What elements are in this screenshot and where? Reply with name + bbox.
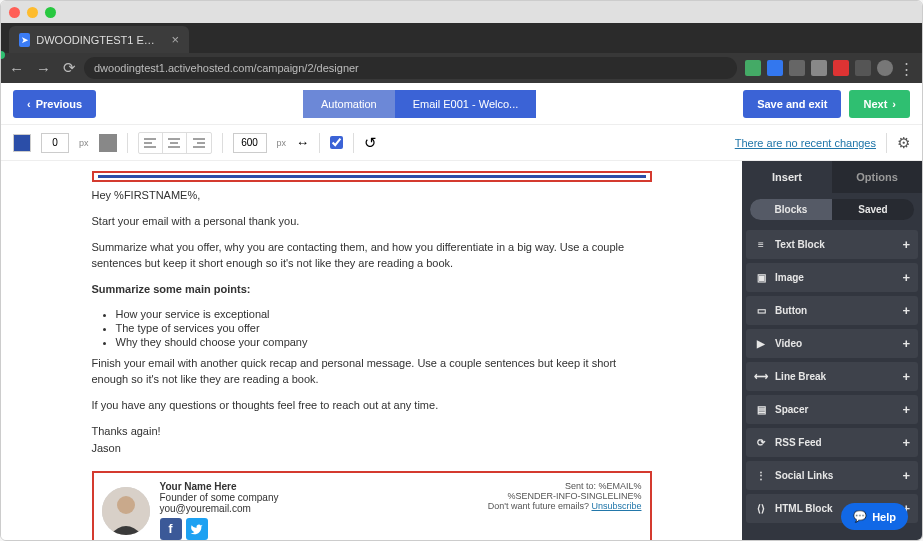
- signature-name: Your Name Here: [160, 481, 279, 492]
- background-color-swatch[interactable]: [13, 134, 31, 152]
- ext-icon[interactable]: [789, 60, 805, 76]
- plus-icon: +: [902, 303, 910, 318]
- block-label: Video: [775, 338, 802, 349]
- unsubscribe-prefix: Don't want future emails?: [488, 501, 592, 511]
- browser-tab[interactable]: ➤ DWOODINGTEST1 Email Mark ×: [9, 26, 189, 53]
- block-icon: ▶: [754, 338, 768, 349]
- divider: [222, 133, 223, 153]
- unit-label: px: [79, 138, 89, 148]
- block-label: Button: [775, 305, 807, 316]
- chevron-left-icon: ‹: [27, 98, 31, 110]
- width-input[interactable]: [233, 133, 267, 153]
- nav-back-icon[interactable]: ←: [9, 60, 24, 77]
- signer-text: Jason: [92, 441, 652, 457]
- menu-icon[interactable]: ⋮: [899, 60, 914, 76]
- profile-icon[interactable]: [877, 60, 893, 76]
- subtab-blocks[interactable]: Blocks: [750, 199, 832, 220]
- questions-text: If you have any questions or thoughts fe…: [92, 398, 652, 414]
- tab-insert[interactable]: Insert: [742, 161, 832, 193]
- window-minimize-icon[interactable]: [27, 7, 38, 18]
- url-text: dwoodingtest1.activehosted.com/campaign/…: [94, 62, 359, 74]
- macos-titlebar: [1, 1, 922, 23]
- avatar: [102, 487, 150, 535]
- block-label: HTML Block: [775, 503, 833, 514]
- block-icon: ⟷: [754, 371, 768, 382]
- block-label: Spacer: [775, 404, 808, 415]
- email-body[interactable]: Hey %FIRSTNAME%, Start your email with a…: [92, 188, 652, 457]
- block-label: Line Break: [775, 371, 826, 382]
- toggle-checkbox[interactable]: [330, 136, 343, 149]
- block-item-text-block[interactable]: ≡Text Block+: [746, 230, 918, 259]
- twitter-icon[interactable]: [186, 518, 208, 540]
- block-label: Text Block: [775, 239, 825, 250]
- block-item-video[interactable]: ▶Video+: [746, 329, 918, 358]
- facebook-icon[interactable]: f: [160, 518, 182, 540]
- points-heading: Summarize some main points:: [92, 283, 251, 295]
- step-email[interactable]: Email E001 - Welco...: [395, 90, 537, 118]
- window-maximize-icon[interactable]: [45, 7, 56, 18]
- block-icon: ▤: [754, 404, 768, 415]
- align-right-icon[interactable]: [187, 133, 211, 153]
- block-item-image[interactable]: ▣Image+: [746, 263, 918, 292]
- sent-to-text: Sent to: %EMAIL%: [488, 481, 642, 491]
- signature-email: you@youremail.com: [160, 503, 279, 514]
- help-button[interactable]: 💬 Help: [841, 503, 908, 530]
- summary-text: Summarize what you offer, why you are co…: [92, 240, 652, 272]
- divider: [886, 133, 887, 153]
- gear-icon[interactable]: ⚙: [897, 134, 910, 152]
- plus-icon: +: [902, 468, 910, 483]
- block-item-button[interactable]: ▭Button+: [746, 296, 918, 325]
- block-item-rss-feed[interactable]: ⟳RSS Feed+: [746, 428, 918, 457]
- extension-icons: ⋮: [745, 60, 914, 76]
- ext-icon[interactable]: [811, 60, 827, 76]
- undo-icon[interactable]: ↺: [364, 134, 377, 152]
- border-color-swatch[interactable]: [99, 134, 117, 152]
- tab-close-icon[interactable]: ×: [171, 32, 179, 47]
- block-label: Image: [775, 272, 804, 283]
- browser-toolbar: ← → ⟳ dwoodingtest1.activehosted.com/cam…: [1, 53, 922, 83]
- width-full-icon[interactable]: ↔: [296, 135, 309, 150]
- plus-icon: +: [902, 435, 910, 450]
- divider-block-selected[interactable]: [92, 171, 652, 182]
- align-left-icon[interactable]: [139, 133, 163, 153]
- next-button[interactable]: Next ›: [849, 90, 910, 118]
- block-item-line-break[interactable]: ⟷Line Break+: [746, 362, 918, 391]
- thanks-text: Thanks again!: [92, 424, 652, 440]
- plus-icon: +: [902, 402, 910, 417]
- plus-icon: +: [902, 336, 910, 351]
- unsubscribe-link[interactable]: Unsubscribe: [591, 501, 641, 511]
- window-close-icon[interactable]: [9, 7, 20, 18]
- url-input[interactable]: dwoodingtest1.activehosted.com/campaign/…: [84, 57, 737, 79]
- step-automation[interactable]: Automation: [303, 90, 395, 118]
- save-exit-button[interactable]: Save and exit: [743, 90, 841, 118]
- block-icon: ▭: [754, 305, 768, 316]
- align-center-icon[interactable]: [163, 133, 187, 153]
- unit-label: px: [277, 138, 287, 148]
- plus-icon: +: [902, 237, 910, 252]
- tab-options[interactable]: Options: [832, 161, 922, 193]
- ext-icon[interactable]: [833, 60, 849, 76]
- ext-icon[interactable]: [855, 60, 871, 76]
- ext-icon[interactable]: [767, 60, 783, 76]
- block-icon: ⟨⟩: [754, 503, 768, 514]
- greeting-text: Hey %FIRSTNAME%,: [92, 188, 652, 204]
- nav-reload-icon[interactable]: ⟳: [63, 59, 76, 77]
- border-width-input[interactable]: [41, 133, 69, 153]
- ext-icon[interactable]: [745, 60, 761, 76]
- points-list: How your service is exceptional The type…: [116, 308, 652, 348]
- block-label: RSS Feed: [775, 437, 822, 448]
- email-canvas[interactable]: Hey %FIRSTNAME%, Start your email with a…: [1, 161, 742, 541]
- sender-info-text: %SENDER-INFO-SINGLELINE%: [488, 491, 642, 501]
- previous-button[interactable]: ‹ Previous: [13, 90, 96, 118]
- block-item-social-links[interactable]: ⋮Social Links+: [746, 461, 918, 490]
- block-item-spacer[interactable]: ▤Spacer+: [746, 395, 918, 424]
- intro-text: Start your email with a personal thank y…: [92, 214, 652, 230]
- chat-icon: 💬: [853, 510, 867, 523]
- align-group: [138, 132, 212, 154]
- list-item: The type of services you offer: [116, 322, 652, 334]
- block-icon: ≡: [754, 239, 768, 250]
- sidebar: Insert Options Blocks Saved ≡Text Block+…: [742, 161, 922, 541]
- nav-forward-icon[interactable]: →: [36, 60, 51, 77]
- subtab-saved[interactable]: Saved: [832, 199, 914, 220]
- signature-block-selected[interactable]: Your Name Here Founder of some company y…: [92, 471, 652, 541]
